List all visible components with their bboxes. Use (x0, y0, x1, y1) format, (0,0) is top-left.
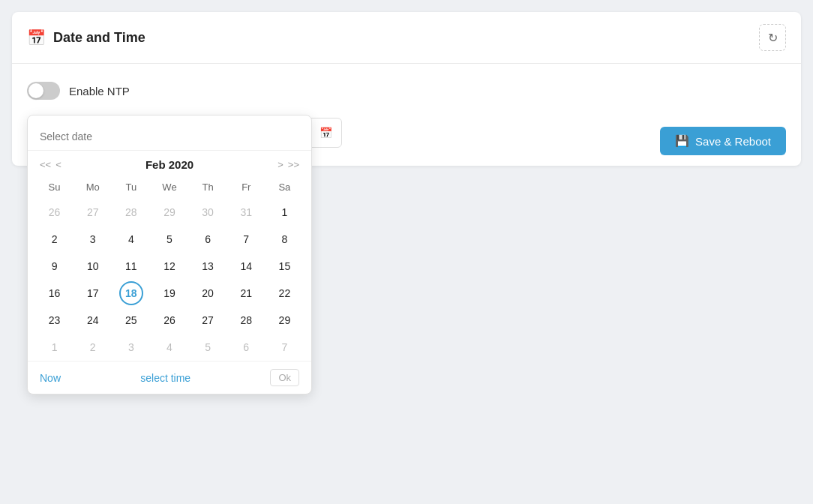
cal-select-time-button[interactable]: select time (140, 372, 190, 384)
cal-day: 30 (196, 200, 220, 224)
cal-day[interactable]: 16 (43, 281, 67, 305)
refresh-button[interactable]: ↻ (759, 24, 786, 51)
main-card: 📅 Date and Time ↻ Enable NTP Select date… (12, 12, 801, 166)
cal-day[interactable]: 25 (119, 308, 143, 332)
cal-day: 3 (119, 335, 143, 359)
cal-day[interactable]: 19 (158, 281, 182, 305)
cal-weekday-label: Sa (266, 178, 304, 196)
cal-day[interactable]: 7 (234, 227, 258, 251)
cal-weekday-label: We (150, 178, 188, 196)
cal-day[interactable]: 5 (158, 227, 182, 251)
cal-day: 5 (196, 335, 220, 359)
page-wrapper: 📅 Date and Time ↻ Enable NTP Select date… (0, 0, 813, 504)
cal-day: 1 (43, 335, 67, 359)
cal-day[interactable]: 22 (272, 281, 296, 305)
card-header: 📅 Date and Time ↻ (12, 12, 801, 64)
cal-day[interactable]: 14 (234, 254, 258, 278)
ntp-toggle[interactable] (27, 82, 60, 100)
cal-day[interactable]: 24 (81, 308, 105, 332)
save-icon: 💾 (675, 134, 689, 148)
page-title: Date and Time (53, 30, 146, 46)
cal-day[interactable]: 10 (81, 254, 105, 278)
cal-day[interactable]: 26 (158, 308, 182, 332)
cal-nav: << < Feb 2020 > >> (28, 151, 311, 178)
cal-day[interactable]: 17 (81, 281, 105, 305)
cal-weekday-label: Mo (74, 178, 112, 196)
cal-day: 6 (234, 335, 258, 359)
cal-days: 2627282930311234567891011121314151617181… (35, 199, 304, 361)
save-reboot-button[interactable]: 💾 Save & Reboot (660, 127, 786, 155)
cal-date-text-input[interactable] (40, 123, 299, 150)
header-left: 📅 Date and Time (27, 28, 146, 46)
ntp-row: Enable NTP (27, 82, 786, 100)
cal-prev-arrows[interactable]: << < (40, 159, 62, 170)
prev-year-arrow[interactable]: << (40, 159, 51, 170)
card-body: Enable NTP Select date 📅 💾 Save & Reboot (12, 64, 801, 166)
cal-weekdays: SuMoTuWeThFrSa (35, 178, 304, 196)
calendar-field-icon: 📅 (320, 127, 332, 139)
cal-day: 29 (158, 200, 182, 224)
cal-next-arrows[interactable]: > >> (278, 159, 299, 170)
cal-day[interactable]: 21 (234, 281, 258, 305)
ntp-label: Enable NTP (69, 85, 130, 98)
cal-day[interactable]: 15 (272, 254, 296, 278)
cal-day[interactable]: 27 (196, 308, 220, 332)
cal-day: 27 (81, 200, 105, 224)
cal-day[interactable]: 8 (272, 227, 296, 251)
cal-day: 31 (234, 200, 258, 224)
cal-day: 28 (119, 200, 143, 224)
cal-grid: SuMoTuWeThFrSa 2627282930311234567891011… (28, 178, 311, 361)
calendar-icon: 📅 (27, 28, 46, 46)
cal-now-button[interactable]: Now (40, 372, 61, 384)
cal-day[interactable]: 20 (196, 281, 220, 305)
cal-weekday-label: Tu (112, 178, 150, 196)
cal-day[interactable]: 1 (272, 200, 296, 224)
cal-day[interactable]: 9 (43, 254, 67, 278)
cal-day[interactable]: 4 (119, 227, 143, 251)
cal-day: 26 (43, 200, 67, 224)
cal-day[interactable]: 18 (119, 281, 143, 305)
cal-day[interactable]: 12 (158, 254, 182, 278)
cal-day[interactable]: 11 (119, 254, 143, 278)
cal-day[interactable]: 28 (234, 308, 258, 332)
cal-day[interactable]: 13 (196, 254, 220, 278)
prev-month-arrow[interactable]: < (56, 159, 62, 170)
cal-day: 4 (158, 335, 182, 359)
cal-day[interactable]: 23 (43, 308, 67, 332)
cal-ok-button[interactable]: Ok (270, 369, 299, 386)
next-year-arrow[interactable]: >> (288, 159, 299, 170)
cal-month-year: Feb 2020 (146, 158, 194, 171)
calendar-popup: << < Feb 2020 > >> SuMoTuWeThFrSa (27, 115, 312, 394)
save-reboot-label: Save & Reboot (695, 135, 771, 148)
cal-day[interactable]: 6 (196, 227, 220, 251)
cal-day: 7 (272, 335, 296, 359)
cal-day: 2 (81, 335, 105, 359)
cal-day[interactable]: 2 (43, 227, 67, 251)
cal-footer: Now select time Ok (28, 361, 311, 394)
refresh-icon: ↻ (768, 31, 778, 45)
cal-date-display (28, 116, 311, 151)
cal-day[interactable]: 3 (81, 227, 105, 251)
cal-weekday-label: Th (189, 178, 227, 196)
cal-day[interactable]: 29 (272, 308, 296, 332)
cal-weekday-label: Fr (227, 178, 266, 196)
toggle-knob (28, 83, 44, 98)
cal-weekday-label: Su (35, 178, 74, 196)
next-month-arrow[interactable]: > (278, 159, 284, 170)
